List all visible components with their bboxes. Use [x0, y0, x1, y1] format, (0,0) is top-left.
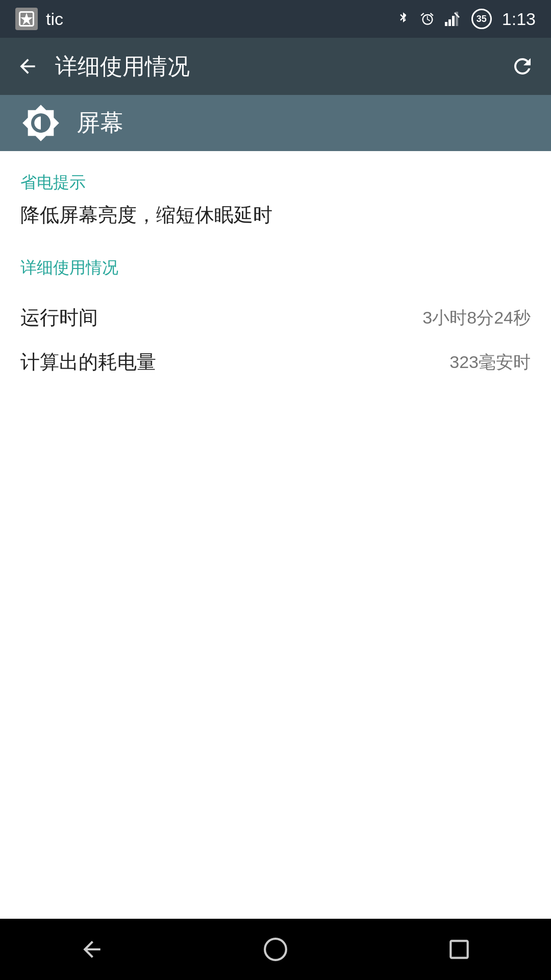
page-title: 详细使用情况 [55, 52, 190, 82]
tip-text: 降低屏幕亮度，缩短休眠延时 [20, 202, 531, 228]
detail-section: 详细使用情况 运行时间 3小时8分24秒 计算出的耗电量 323毫安时 [20, 257, 531, 384]
row-name-power: 计算出的耗电量 [20, 349, 156, 375]
back-nav-button[interactable] [61, 929, 122, 970]
bluetooth-icon [396, 12, 410, 26]
row-name-runtime: 运行时间 [20, 305, 98, 331]
table-row: 运行时间 3小时8分24秒 [20, 296, 531, 340]
recents-nav-button[interactable] [429, 929, 490, 970]
svg-rect-2 [445, 22, 447, 26]
battery-level: 35 [471, 9, 492, 29]
row-value-runtime: 3小时8分24秒 [422, 306, 531, 330]
row-value-power: 323毫安时 [449, 351, 531, 374]
back-button[interactable] [16, 55, 39, 78]
app-bar-left: 详细使用情况 [16, 52, 190, 82]
tip-section: 省电提示 降低屏幕亮度，缩短休眠延时 [20, 172, 531, 228]
svg-rect-8 [450, 941, 467, 958]
app-icon [15, 8, 38, 30]
svg-point-7 [265, 939, 286, 960]
svg-marker-1 [20, 13, 33, 25]
status-bar-left: tic [15, 8, 63, 30]
battery-icon: 35 [471, 9, 492, 29]
detail-label: 详细使用情况 [20, 257, 531, 279]
svg-rect-3 [448, 19, 451, 26]
signal-icon [445, 12, 461, 26]
refresh-button[interactable] [510, 54, 535, 79]
screen-brightness-icon [20, 103, 61, 143]
status-time: 1:13 [502, 9, 536, 29]
status-bar-right: 35 1:13 [396, 9, 536, 29]
status-bar: tic 35 [0, 0, 551, 38]
tip-label: 省电提示 [20, 172, 531, 194]
home-nav-button[interactable] [245, 929, 306, 970]
alarm-icon [420, 12, 435, 26]
nav-bar [0, 919, 551, 980]
content-area: 省电提示 降低屏幕亮度，缩短休眠延时 详细使用情况 运行时间 3小时8分24秒 … [0, 151, 551, 919]
section-header: 屏幕 [0, 95, 551, 151]
app-name: tic [46, 9, 63, 29]
svg-rect-4 [452, 16, 455, 26]
table-row: 计算出的耗电量 323毫安时 [20, 340, 531, 384]
section-title: 屏幕 [77, 107, 123, 139]
app-bar: 详细使用情况 [0, 38, 551, 95]
